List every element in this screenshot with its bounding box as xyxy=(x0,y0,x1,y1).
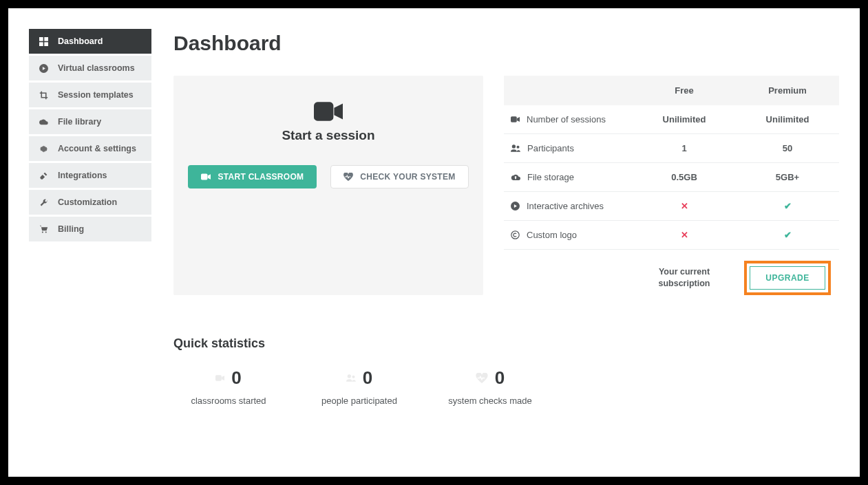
svg-point-18 xyxy=(352,376,354,378)
svg-rect-2 xyxy=(39,42,43,46)
start-session-card: Start a session START CLASSROOM CHECK YO… xyxy=(173,76,483,295)
svg-rect-3 xyxy=(44,42,48,46)
svg-point-15 xyxy=(511,231,519,239)
start-classroom-button[interactable]: START CLASSROOM xyxy=(188,165,317,188)
stat-label: system checks made xyxy=(435,396,545,406)
page-title: Dashboard xyxy=(173,32,839,55)
svg-rect-9 xyxy=(201,173,207,180)
sidebar-item-billing[interactable]: Billing xyxy=(29,217,151,241)
plan-row: Custom logo✕✔ xyxy=(504,221,839,250)
sidebar-item-session-templates[interactable]: Session templates xyxy=(29,83,151,107)
plan-cell-free: Unilimited xyxy=(633,114,736,125)
sidebar-item-label: Dashboard xyxy=(58,36,103,46)
svg-point-17 xyxy=(348,374,351,378)
sidebar-item-label: File library xyxy=(58,117,101,127)
upgrade-button[interactable]: UPGRADE xyxy=(750,266,825,290)
users-icon xyxy=(346,374,356,382)
svg-point-7 xyxy=(45,231,46,233)
plan-row: Interactive archives✕✔ xyxy=(504,192,839,221)
plan-comparison-table: Free Premium Number of sessionsUnilimite… xyxy=(504,76,839,295)
cart-icon xyxy=(39,224,48,234)
plan-cell-premium: ✔ xyxy=(736,230,839,240)
sidebar-item-account-settings[interactable]: Account & settings xyxy=(29,136,151,161)
gear-icon xyxy=(39,144,48,153)
camera-icon xyxy=(201,173,211,180)
sidebar-item-customization[interactable]: Customization xyxy=(29,190,151,215)
users-icon xyxy=(511,144,520,152)
upgrade-highlight: UPGRADE xyxy=(744,261,831,295)
grid-icon xyxy=(39,36,48,46)
plan-row: File storage0.5GB5GB+ xyxy=(504,163,839,192)
crop-icon xyxy=(39,90,48,100)
svg-rect-0 xyxy=(39,37,43,41)
plan-cell-free: ✕ xyxy=(633,201,736,211)
copyright-icon xyxy=(511,230,520,239)
stat-label: people participated xyxy=(304,396,414,406)
plan-row-label: Interactive archives xyxy=(527,201,604,211)
plan-cell-premium: Unilimited xyxy=(736,114,839,125)
svg-rect-1 xyxy=(44,37,48,41)
plan-cell-free: ✕ xyxy=(633,230,736,240)
sidebar-item-file-library[interactable]: File library xyxy=(29,109,151,134)
plan-row-label: Custom logo xyxy=(527,230,577,240)
play-circle-icon xyxy=(511,202,520,211)
sidebar-item-virtual-classrooms[interactable]: Virtual classrooms xyxy=(29,56,151,80)
plan-cell-free: 0.5GB xyxy=(633,172,736,182)
svg-point-11 xyxy=(512,144,516,148)
sidebar-item-dashboard[interactable]: Dashboard xyxy=(29,29,151,54)
stat-item: 0classrooms started xyxy=(173,367,284,406)
column-header-premium: Premium xyxy=(736,85,839,96)
sidebar-item-label: Session templates xyxy=(58,90,134,100)
stat-value: 0 xyxy=(231,367,241,389)
wrench-icon xyxy=(39,197,48,207)
cloud-up-icon xyxy=(511,173,520,181)
plan-cell-premium: 5GB+ xyxy=(736,172,839,182)
camera-icon xyxy=(215,375,224,381)
stat-item: 0system checks made xyxy=(435,367,545,406)
stat-value: 0 xyxy=(363,367,372,389)
svg-rect-16 xyxy=(215,375,222,380)
camera-icon xyxy=(314,102,343,121)
svg-rect-8 xyxy=(314,102,333,120)
cross-icon: ✕ xyxy=(681,230,688,240)
quick-statistics-title: Quick statistics xyxy=(173,336,839,351)
cloud-icon xyxy=(39,117,48,127)
sidebar-item-integrations[interactable]: Integrations xyxy=(29,163,151,188)
sidebar: Dashboard Virtual classrooms Session tem… xyxy=(29,29,151,456)
play-circle-icon xyxy=(39,63,48,73)
sidebar-item-label: Account & settings xyxy=(58,144,136,153)
plug-icon xyxy=(39,171,48,180)
cross-icon: ✕ xyxy=(681,201,688,211)
plan-row: Number of sessionsUnilimitedUnilimited xyxy=(504,105,839,134)
plan-row-label: File storage xyxy=(527,172,574,182)
start-session-title: Start a session xyxy=(282,128,374,143)
plan-cell-free: 1 xyxy=(633,143,736,153)
stat-label: classrooms started xyxy=(173,396,284,406)
check-icon: ✔ xyxy=(784,230,792,240)
sidebar-item-label: Integrations xyxy=(58,171,107,180)
plan-row-label: Participants xyxy=(527,143,574,153)
stat-item: 0people participated xyxy=(304,367,414,406)
plan-cell-premium: 50 xyxy=(736,143,839,153)
svg-point-6 xyxy=(41,231,43,233)
heartbeat-icon xyxy=(343,173,353,181)
stat-value: 0 xyxy=(495,367,505,389)
check-system-button[interactable]: CHECK YOUR SYSTEM xyxy=(330,165,468,188)
plan-cell-premium: ✔ xyxy=(736,201,839,211)
svg-rect-10 xyxy=(511,116,517,122)
sidebar-item-label: Customization xyxy=(58,197,117,207)
svg-point-12 xyxy=(516,146,519,149)
column-header-free: Free xyxy=(633,85,736,96)
sidebar-item-label: Billing xyxy=(58,224,84,234)
check-icon: ✔ xyxy=(784,201,792,211)
camera-icon xyxy=(511,116,520,122)
plan-row-label: Number of sessions xyxy=(527,114,606,125)
heartbeat-icon xyxy=(476,373,488,383)
sidebar-item-label: Virtual classrooms xyxy=(58,63,135,73)
current-subscription-label: Your current subscription xyxy=(633,266,736,290)
plan-row: Participants150 xyxy=(504,134,839,163)
